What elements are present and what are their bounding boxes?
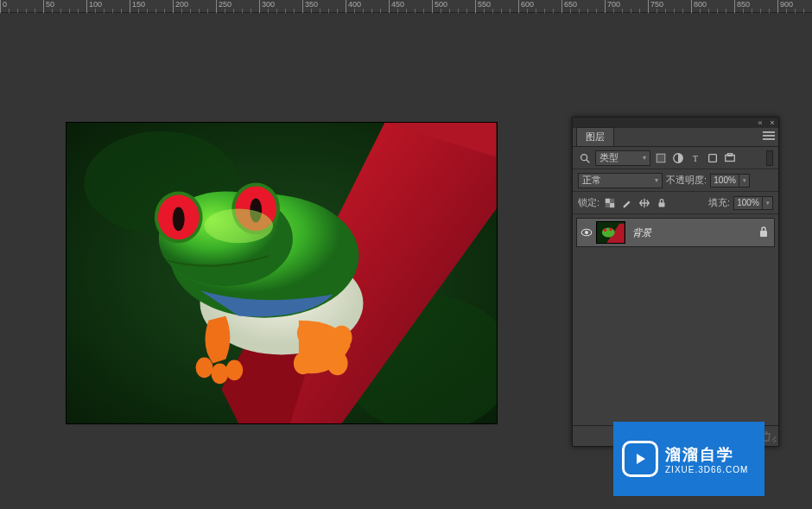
lock-all-icon[interactable] — [655, 196, 669, 210]
svg-point-37 — [585, 231, 588, 234]
visibility-eye-icon[interactable] — [580, 228, 593, 237]
filter-text-icon[interactable]: T — [688, 151, 702, 165]
panel-collapse-button[interactable]: « — [756, 119, 764, 126]
watermark-logo-icon — [622, 441, 658, 477]
svg-rect-34 — [606, 203, 610, 207]
ruler-horizontal: 0501001502002503003504004505005506006507… — [0, 0, 812, 13]
layer-item-background[interactable]: 背景 — [576, 218, 775, 247]
svg-text:T: T — [693, 153, 699, 162]
svg-point-40 — [604, 228, 607, 232]
blend-mode-select[interactable]: 正常 ▾ — [578, 173, 663, 188]
panel-menu-button[interactable] — [763, 131, 775, 142]
filter-kind-select[interactable]: 类型 ▾ — [595, 150, 650, 166]
svg-rect-42 — [760, 231, 767, 237]
filter-shape-icon[interactable] — [706, 151, 720, 165]
svg-rect-33 — [610, 198, 614, 202]
svg-point-14 — [225, 359, 243, 380]
watermark-subtitle: ZIXUE.3D66.COM — [665, 465, 748, 474]
svg-rect-32 — [610, 203, 614, 207]
svg-rect-31 — [606, 198, 610, 202]
svg-rect-35 — [659, 202, 665, 207]
svg-point-22 — [581, 154, 587, 160]
opacity-stepper[interactable]: ▾ — [739, 174, 750, 188]
blend-opacity-row: 正常 ▾ 不透明度: ▾ — [573, 169, 778, 192]
filter-adjustment-icon[interactable] — [671, 151, 685, 165]
opacity-input[interactable] — [710, 174, 739, 188]
lock-position-icon[interactable] — [638, 196, 651, 210]
layers-panel: « × 图层 类型 ▾ T 正常 ▾ 不透明度: ▾ 锁定: — [572, 117, 779, 447]
layer-filter-row: 类型 ▾ T — [573, 147, 778, 169]
layer-list: 背景 — [573, 214, 778, 425]
panel-resize-handle[interactable] — [768, 436, 777, 444]
lock-paint-icon[interactable] — [620, 196, 634, 210]
chevron-down-icon: ▾ — [655, 176, 658, 184]
opacity-label: 不透明度: — [666, 174, 707, 187]
layer-thumbnail[interactable] — [596, 221, 625, 244]
layer-name-label: 背景 — [632, 226, 651, 239]
panel-tabs: 图层 — [573, 128, 778, 147]
svg-point-13 — [211, 363, 228, 384]
fill-field[interactable]: ▾ — [733, 196, 773, 210]
svg-point-39 — [602, 227, 615, 237]
fill-stepper[interactable]: ▾ — [763, 196, 773, 210]
fill-label: 填充: — [708, 196, 730, 209]
search-icon — [578, 151, 592, 165]
tab-layers[interactable]: 图层 — [576, 127, 614, 146]
fill-input[interactable] — [733, 196, 763, 210]
opacity-field[interactable]: ▾ — [710, 174, 750, 188]
lock-fill-row: 锁定: 填充: ▾ — [573, 192, 778, 214]
layer-lock-icon — [758, 226, 769, 239]
filter-smart-icon[interactable] — [723, 151, 737, 165]
svg-rect-28 — [709, 154, 717, 162]
document-canvas[interactable] — [66, 122, 498, 424]
canvas-image — [67, 123, 497, 423]
chevron-down-icon: ▾ — [643, 154, 646, 162]
svg-point-8 — [173, 207, 185, 231]
watermark-badge: 溜溜自学 ZIXUE.3D66.COM — [613, 422, 764, 496]
svg-line-23 — [587, 159, 590, 162]
blend-mode-value: 正常 — [582, 174, 601, 187]
watermark-title: 溜溜自学 — [665, 444, 748, 465]
filter-pixel-icon[interactable] — [654, 151, 668, 165]
filter-toggle[interactable] — [766, 150, 773, 166]
svg-point-12 — [196, 357, 213, 378]
svg-marker-48 — [637, 454, 645, 464]
lock-label: 锁定: — [578, 196, 599, 209]
panel-close-button[interactable]: × — [768, 119, 777, 126]
svg-point-41 — [609, 227, 612, 231]
filter-kind-label: 类型 — [599, 151, 619, 164]
svg-rect-25 — [657, 154, 665, 162]
lock-transparency-icon[interactable] — [603, 196, 617, 210]
svg-point-21 — [205, 208, 274, 243]
